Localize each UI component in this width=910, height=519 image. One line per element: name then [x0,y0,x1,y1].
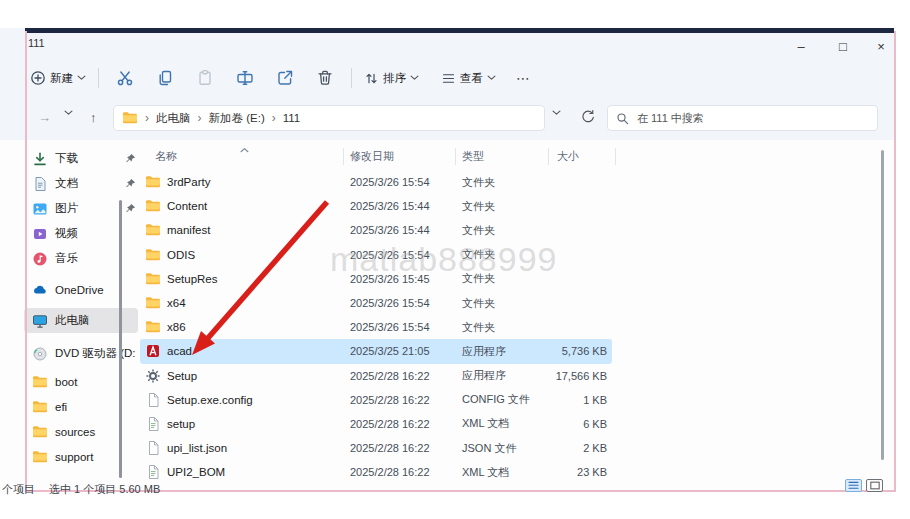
column-header-size[interactable]: 大小 [557,149,579,164]
folder-icon [145,198,161,214]
rename-button[interactable] [233,63,257,93]
explorer-window: 111 – □ × 新建 排序 查看 ⋯ → ↑ › 此电脑 [0,0,910,519]
file-icon [145,392,161,408]
history-chevron-icon[interactable] [64,110,73,116]
maximize-button[interactable]: □ [832,39,854,54]
search-input[interactable] [635,111,839,125]
copy-button[interactable] [153,63,177,93]
file-row-setup.exe.config[interactable]: Setup.exe.config 2025/2/28 16:22 CONFIG … [140,388,612,412]
sidebar-scrollbar[interactable] [119,200,122,478]
xml-icon [145,464,161,480]
folder-icon [32,424,48,440]
acad-icon [145,343,161,359]
file-row-x86[interactable]: x86 2025/3/26 15:54 文件夹 [140,315,612,339]
details-view-button[interactable] [845,479,862,492]
search-icon [616,112,629,125]
breadcrumb[interactable]: › 此电脑 › 新加卷 (E:) › 111 [113,105,545,131]
thumbnail-view-button[interactable] [866,479,883,492]
window-top-border [25,28,894,33]
forward-button[interactable]: → [38,108,51,128]
breadcrumb-separator: › [267,111,281,125]
column-header-row: 名称 修改日期 类型 大小 [140,146,618,168]
cut-button[interactable] [113,63,137,93]
folder-icon [145,247,161,263]
onedrive-icon [32,282,48,298]
pin-icon [125,153,136,164]
file-row-setup[interactable]: setup 2025/2/28 16:22 XML 文档 6 KB [140,412,612,436]
new-button[interactable]: 新建 [24,63,92,93]
folder-icon [145,319,161,335]
column-header-type[interactable]: 类型 [462,149,484,164]
sort-icon [364,71,379,86]
close-button[interactable]: × [870,39,892,54]
download-icon [32,151,48,167]
breadcrumb-separator: › [193,111,207,125]
breadcrumb-item-111[interactable]: 111 [281,112,302,124]
selection-summary: 选中 1 个项目 5.60 MB [49,482,160,497]
breadcrumb-item-drive-e[interactable]: 新加卷 (E:) [207,111,267,126]
file-row-setupres[interactable]: SetupRes 2025/3/26 15:45 文件夹 [140,267,612,291]
chevron-down-icon [410,75,419,81]
videos-icon [32,226,48,242]
square-icon [870,481,880,490]
folder-icon [32,399,48,415]
pin-icon [125,178,136,189]
toolbar: 新建 排序 查看 ⋯ [24,60,536,96]
refresh-icon[interactable] [580,109,595,124]
thispc-icon [32,313,48,329]
folder-icon [145,222,161,238]
up-button[interactable]: ↑ [90,108,97,128]
delete-button[interactable] [313,63,337,93]
sort-button[interactable]: 排序 [358,63,425,93]
chevron-down-icon [77,75,86,81]
plus-circle-icon [30,70,46,86]
file-list: 3rdParty 2025/3/26 15:54 文件夹 Content 202… [140,170,612,484]
toolbar-separator [351,68,352,88]
xml-icon [145,416,161,432]
more-button[interactable]: ⋯ [510,63,536,93]
music-icon [32,251,48,267]
pictures-icon [32,201,48,217]
folder-icon [122,110,138,126]
folder-icon [145,295,161,311]
new-button-label: 新建 [50,71,73,86]
folder-icon [145,271,161,287]
paste-button[interactable] [193,63,217,93]
file-row-3rdparty[interactable]: 3rdParty 2025/3/26 15:54 文件夹 [140,170,612,194]
file-row-acad[interactable]: acad 2025/3/25 21:05 应用程序 5,736 KB [140,339,612,363]
sort-ascending-chevron-icon [240,147,249,153]
list-lines-icon [848,481,859,490]
share-button[interactable] [273,63,297,93]
status-bar: 个项目 选中 1 个项目 5.60 MB [2,482,160,497]
minimize-button[interactable]: – [790,39,812,54]
sort-button-label: 排序 [383,71,406,86]
file-row-setup[interactable]: Setup 2025/2/28 16:22 应用程序 17,566 KB [140,364,612,388]
toolbar-separator [98,68,99,88]
dvd-icon [32,346,48,362]
sidebar-item-文档[interactable]: 文档 [24,171,138,196]
breadcrumb-separator: › [140,111,154,125]
file-row-upi2_bom[interactable]: UPI2_BOM 2025/2/28 16:22 XML 文档 23 KB [140,460,612,484]
file-list-scrollbar[interactable] [881,150,884,460]
view-icon [441,71,456,86]
more-button-label: ⋯ [516,70,530,86]
file-row-manifest[interactable]: manifest 2025/3/26 15:44 文件夹 [140,218,612,242]
column-header-name[interactable]: 名称 [155,149,177,164]
breadcrumb-item-this-pc[interactable]: 此电脑 [154,111,193,126]
view-button[interactable]: 查看 [435,63,502,93]
setup-gear-icon [145,368,161,384]
column-header-date[interactable]: 修改日期 [350,149,394,164]
window-title: 111 [28,37,45,49]
file-row-x64[interactable]: x64 2025/3/26 15:54 文件夹 [140,291,612,315]
pin-icon [125,203,136,214]
file-row-odis[interactable]: ODIS 2025/3/26 15:54 文件夹 [140,243,612,267]
search-box[interactable] [607,105,878,131]
file-icon [145,440,161,456]
sidebar-item-下载[interactable]: 下载 [24,146,138,171]
file-row-content[interactable]: Content 2025/3/26 15:44 文件夹 [140,194,612,218]
document-icon [32,176,48,192]
item-count: 个项目 [2,482,35,497]
address-dropdown-chevron-icon[interactable] [552,110,561,116]
file-row-upi_list.json[interactable]: upi_list.json 2025/2/28 16:22 JSON 文件 2 … [140,436,612,460]
folder-icon [145,174,161,190]
